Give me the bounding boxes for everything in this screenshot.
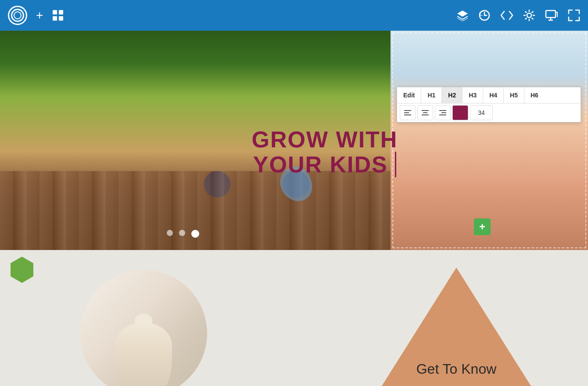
slider-dot-3[interactable] (191, 230, 199, 238)
slider-dots (167, 230, 199, 238)
svg-rect-2 (53, 16, 57, 21)
formatting-options-row: 34 (397, 104, 581, 122)
h6-button[interactable]: H6 (524, 87, 545, 103)
monitor-icon (545, 10, 558, 21)
font-size-input[interactable]: 34 (470, 105, 493, 120)
preview-button[interactable] (545, 10, 558, 21)
svg-rect-0 (53, 10, 57, 14)
align-right-icon (439, 110, 447, 116)
align-right-button[interactable] (435, 105, 451, 120)
grid-button[interactable] (52, 9, 64, 21)
history-icon (478, 9, 491, 21)
layers-icon (456, 10, 469, 21)
svg-point-5 (527, 13, 531, 18)
text-formatting-toolbar: Edit H1 H2 H3 H4 H5 H6 (397, 87, 581, 122)
code-button[interactable] (500, 11, 513, 20)
logo-button[interactable] (8, 6, 27, 25)
hero-heading-line2: YOUR KIDS (219, 152, 430, 177)
gear-icon (523, 9, 535, 21)
h1-button[interactable]: H1 (421, 87, 442, 103)
toolbar-left: + (8, 6, 64, 25)
product-circle-image[interactable] (80, 270, 207, 386)
add-button[interactable]: + (36, 8, 43, 22)
triangle-container: Get To Know (382, 268, 531, 386)
history-button[interactable] (478, 9, 491, 21)
toolbar: + (0, 0, 588, 31)
h3-button[interactable]: H3 (463, 87, 483, 103)
svg-rect-3 (59, 16, 63, 21)
code-icon (500, 11, 513, 20)
svg-rect-6 (546, 11, 556, 18)
hero-heading-line1: GROW WITH (219, 127, 430, 152)
dress-image (115, 322, 172, 386)
align-left-button[interactable] (400, 105, 416, 120)
heading-selector-row: Edit H1 H2 H3 H4 H5 H6 (397, 87, 581, 104)
add-content-button[interactable]: + (474, 218, 491, 235)
toolbar-right (456, 9, 580, 21)
svg-rect-1 (59, 10, 63, 14)
main-content: GROW WITH YOUR KIDS Edit H1 H2 H3 H4 H5 (0, 31, 588, 386)
align-center-icon (421, 110, 429, 116)
h2-button[interactable]: H2 (442, 87, 463, 103)
edit-button[interactable]: Edit (397, 87, 421, 103)
slider-dot-2[interactable] (179, 230, 185, 236)
fullscreen-button[interactable] (568, 9, 580, 21)
text-cursor (388, 152, 396, 177)
logo-icon (11, 9, 24, 22)
align-left-icon (404, 110, 412, 116)
hexagon-decoration (11, 263, 33, 276)
h5-button[interactable]: H5 (504, 87, 524, 103)
align-center-button[interactable] (417, 105, 433, 120)
hero-heading: GROW WITH YOUR KIDS (219, 127, 430, 177)
hero-text-overlay[interactable]: GROW WITH YOUR KIDS (219, 127, 430, 177)
color-picker-button[interactable] (452, 105, 468, 120)
settings-button[interactable] (523, 9, 535, 21)
bottom-section: Get To Know (0, 250, 588, 386)
get-to-know-label[interactable]: Get To Know (416, 361, 497, 377)
layers-button[interactable] (456, 10, 469, 21)
hero-section: GROW WITH YOUR KIDS Edit H1 H2 H3 H4 H5 (0, 31, 588, 250)
slider-dot-1[interactable] (167, 230, 173, 236)
h4-button[interactable]: H4 (483, 87, 504, 103)
grid-icon (52, 9, 64, 21)
fullscreen-icon (568, 9, 580, 21)
